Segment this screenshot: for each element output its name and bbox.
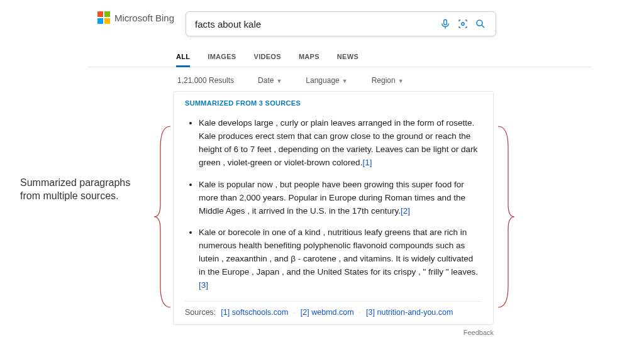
sources-label: Sources:	[185, 308, 216, 317]
slide-annotation: Summarized paragraphs from multiple sour…	[20, 177, 140, 203]
summary-item: Kale is popular now , but people have be…	[199, 178, 482, 218]
separator: ·	[359, 308, 361, 317]
source-link[interactable]: [2] webmd.com	[301, 308, 354, 317]
summary-item: Kale or borecole in one of a kind , nutr…	[199, 226, 482, 292]
filters-row: 1,21,000 Results Date▼ Language▼ Region▼	[177, 76, 644, 85]
filter-language[interactable]: Language▼	[306, 76, 347, 85]
microsoft-logo-icon	[97, 11, 110, 24]
summary-item: Kale develops large , curly or plain lea…	[199, 117, 482, 170]
summary-label: SUMMARIZED FROM 3 SOURCES	[185, 99, 482, 107]
citation-link[interactable]: [2]	[401, 206, 410, 216]
citation-link[interactable]: [1]	[362, 158, 372, 167]
svg-rect-0	[444, 19, 447, 25]
brand-name: Microsoft Bing	[114, 13, 174, 23]
filter-region[interactable]: Region▼	[372, 76, 404, 85]
summary-answer-card: SUMMARIZED FROM 3 SOURCES Kale develops …	[173, 91, 494, 325]
result-tabs: ALL IMAGES VIDEOS MAPS NEWS	[176, 53, 644, 67]
tab-maps[interactable]: MAPS	[299, 53, 319, 67]
svg-line-3	[482, 25, 484, 28]
tab-videos[interactable]: VIDEOS	[254, 53, 281, 67]
source-link[interactable]: [3] nutrition-and-you.com	[366, 308, 453, 317]
chevron-down-icon: ▼	[342, 78, 348, 84]
header: Microsoft Bing	[0, 0, 644, 36]
search-icon[interactable]	[472, 18, 489, 30]
search-input[interactable]	[195, 19, 436, 30]
svg-point-1	[462, 23, 465, 26]
svg-point-2	[477, 20, 482, 26]
feedback-link[interactable]: Feedback	[173, 329, 494, 336]
results-count: 1,21,000 Results	[177, 76, 234, 85]
mic-icon[interactable]	[436, 18, 454, 30]
source-link[interactable]: [1] softschools.com	[221, 308, 288, 317]
lens-icon[interactable]	[454, 18, 472, 30]
tab-news[interactable]: NEWS	[337, 53, 358, 67]
sources-line: Sources: [1] softschools.com · [2] webmd…	[185, 301, 482, 317]
chevron-down-icon: ▼	[276, 78, 282, 84]
left-brace	[153, 123, 172, 314]
right-brace	[497, 123, 516, 314]
citation-link[interactable]: [3]	[199, 280, 208, 290]
filter-date[interactable]: Date▼	[258, 76, 282, 85]
search-box[interactable]	[186, 11, 496, 36]
separator: ·	[293, 308, 295, 317]
brand-logo[interactable]: Microsoft Bing	[97, 11, 174, 24]
chevron-down-icon: ▼	[398, 78, 404, 84]
tab-all[interactable]: ALL	[176, 53, 190, 67]
summary-list: Kale develops large , curly or plain lea…	[199, 117, 482, 292]
tab-images[interactable]: IMAGES	[208, 53, 236, 67]
